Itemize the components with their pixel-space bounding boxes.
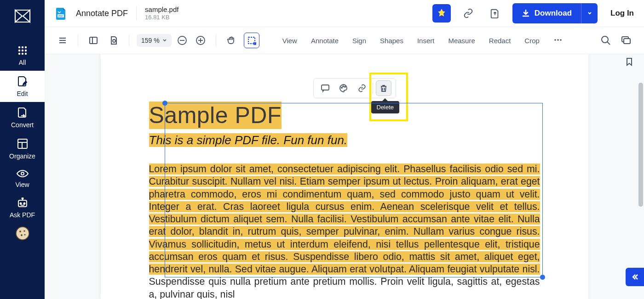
export-button[interactable] bbox=[486, 4, 504, 23]
sidebar-item-view[interactable]: View bbox=[0, 164, 45, 193]
header: PDF Annotate PDF sample.pdf 16.81 KB Dow… bbox=[45, 0, 644, 27]
delete-button[interactable] bbox=[376, 80, 391, 96]
svg-point-48 bbox=[341, 87, 342, 88]
svg-point-30 bbox=[113, 39, 115, 42]
color-button[interactable] bbox=[336, 80, 351, 96]
divider bbox=[136, 6, 137, 20]
sidebar-label: Edit bbox=[17, 90, 28, 97]
menu-measure[interactable]: Measure bbox=[448, 37, 475, 45]
menu-shapes[interactable]: Shapes bbox=[380, 37, 403, 45]
svg-point-4 bbox=[21, 50, 23, 51]
menu-redact[interactable]: Redact bbox=[489, 37, 511, 45]
zoom-controls: 159 % bbox=[137, 33, 208, 48]
premium-button[interactable] bbox=[432, 4, 451, 23]
comment-button[interactable] bbox=[317, 80, 333, 96]
eye-icon bbox=[17, 169, 29, 178]
svg-point-20 bbox=[23, 230, 25, 232]
grid-icon bbox=[17, 45, 28, 56]
file-info: sample.pdf 16.81 KB bbox=[145, 6, 178, 21]
svg-rect-47 bbox=[322, 85, 329, 90]
svg-point-43 bbox=[602, 36, 608, 43]
svg-point-6 bbox=[18, 53, 20, 55]
svg-point-0 bbox=[18, 46, 20, 48]
svg-text:PDF: PDF bbox=[58, 15, 63, 17]
svg-point-12 bbox=[21, 172, 24, 175]
menu-crop[interactable]: Crop bbox=[524, 37, 540, 45]
context-toolbar bbox=[313, 78, 396, 98]
selection-handle-br[interactable] bbox=[540, 275, 545, 280]
file-size: 16.81 KB bbox=[145, 14, 178, 21]
svg-point-19 bbox=[19, 231, 21, 232]
svg-point-15 bbox=[22, 198, 23, 199]
comments-button[interactable] bbox=[618, 33, 634, 48]
divider bbox=[78, 34, 78, 46]
sidebar-item-askpdf[interactable]: Ask PDF bbox=[0, 193, 45, 223]
download-caret[interactable] bbox=[581, 3, 598, 23]
link-annotation-button[interactable] bbox=[354, 80, 370, 96]
svg-point-40 bbox=[554, 39, 556, 41]
zoom-in-button[interactable] bbox=[193, 33, 208, 48]
selection-box[interactable] bbox=[165, 103, 543, 277]
svg-point-22 bbox=[24, 234, 25, 235]
download-button[interactable]: Download bbox=[512, 3, 598, 23]
file-name: sample.pdf bbox=[145, 6, 178, 14]
hamburger-button[interactable] bbox=[55, 33, 70, 48]
svg-point-8 bbox=[24, 53, 26, 55]
edit-icon bbox=[17, 75, 29, 87]
svg-point-2 bbox=[24, 46, 26, 48]
svg-point-17 bbox=[23, 203, 25, 204]
svg-point-7 bbox=[21, 53, 23, 55]
svg-rect-28 bbox=[90, 37, 97, 44]
expand-panel-button[interactable] bbox=[626, 268, 644, 286]
svg-point-42 bbox=[560, 39, 562, 41]
document-canvas[interactable]: Delete Sample PDF This is a simple PDF f… bbox=[45, 54, 644, 299]
search-button[interactable] bbox=[598, 33, 614, 48]
sidebar-label: View bbox=[15, 181, 29, 188]
svg-rect-46 bbox=[624, 39, 630, 44]
zoom-value[interactable]: 159 % bbox=[137, 34, 172, 47]
left-sidebar: All Edit Convert Organize View Ask PDF bbox=[0, 0, 45, 299]
svg-point-1 bbox=[21, 46, 23, 48]
svg-point-21 bbox=[21, 234, 23, 236]
zoom-out-button[interactable] bbox=[174, 33, 190, 48]
sidebar-item-organize[interactable]: Organize bbox=[0, 133, 45, 164]
svg-point-5 bbox=[24, 50, 26, 51]
menu-view[interactable]: View bbox=[282, 37, 297, 45]
login-button[interactable]: Log In bbox=[610, 9, 634, 18]
convert-icon bbox=[17, 107, 29, 118]
selection-handle-tl[interactable] bbox=[162, 101, 167, 106]
menu-insert[interactable]: Insert bbox=[417, 37, 435, 45]
toolbar: 159 % View Annotate Sign Shapes Insert M… bbox=[45, 27, 644, 54]
pan-tool-button[interactable] bbox=[224, 33, 239, 48]
sidebar-label: Organize bbox=[9, 152, 35, 160]
sidebar-label: Ask PDF bbox=[10, 211, 35, 219]
sidebar-item-edit[interactable]: Edit bbox=[0, 71, 45, 102]
menu-bar: View Annotate Sign Shapes Insert Measure… bbox=[282, 35, 563, 46]
svg-point-49 bbox=[343, 86, 344, 87]
sidebar-item-convert[interactable]: Convert bbox=[0, 102, 45, 133]
vertical-scrollbar[interactable] bbox=[638, 83, 643, 207]
menu-sign[interactable]: Sign bbox=[352, 37, 366, 45]
svg-line-44 bbox=[607, 42, 610, 45]
cookie-icon[interactable] bbox=[15, 226, 30, 243]
svg-point-18 bbox=[16, 227, 29, 240]
bot-icon bbox=[17, 197, 29, 209]
sidebar-item-all[interactable]: All bbox=[0, 40, 45, 71]
bookmark-icon[interactable] bbox=[625, 57, 634, 68]
panel-toggle-button[interactable] bbox=[86, 33, 101, 48]
svg-point-50 bbox=[345, 86, 345, 87]
organize-icon bbox=[17, 138, 29, 150]
divider bbox=[216, 34, 216, 46]
link-button[interactable] bbox=[459, 4, 477, 23]
sidebar-label: Convert bbox=[11, 121, 34, 129]
select-tool-button[interactable] bbox=[244, 33, 259, 48]
menu-more[interactable] bbox=[553, 35, 563, 46]
page-thumb-button[interactable] bbox=[106, 33, 121, 48]
divider bbox=[129, 34, 129, 46]
app-logo bbox=[14, 8, 31, 26]
svg-point-16 bbox=[20, 203, 21, 204]
svg-point-3 bbox=[18, 50, 20, 51]
svg-point-41 bbox=[557, 39, 559, 41]
menu-annotate[interactable]: Annotate bbox=[311, 37, 339, 45]
sidebar-label: All bbox=[19, 59, 26, 66]
